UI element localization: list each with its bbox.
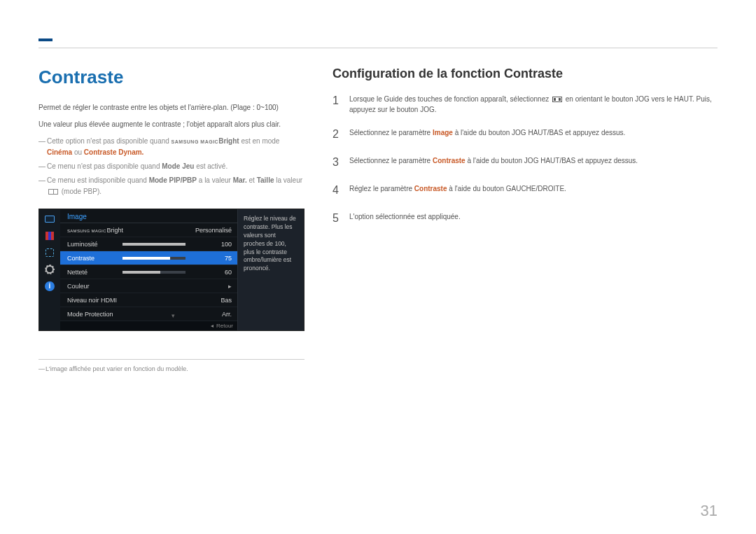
note-2-b: est activé. — [194, 162, 227, 170]
note-1-a: Cette option n'est pas disponible quand — [47, 137, 172, 145]
osd-header: Image — [60, 209, 237, 223]
step: 5L'option sélectionnée est appliquée. — [332, 210, 718, 227]
intro-text-2: Une valeur plus élevée augmente le contr… — [38, 119, 304, 130]
osd-row-label: Niveau noir HDMI — [67, 297, 190, 304]
osd-sidebar: i — [39, 209, 60, 330]
osd-row: Couleur — [60, 279, 237, 293]
osd-row-value: Bas — [190, 297, 232, 304]
step-text: Sélectionnez le paramètre Image à l'aide… — [349, 126, 718, 143]
osd-row: Netteté60 — [60, 265, 237, 279]
note-1: Cette option n'est pas disponible quand … — [38, 136, 304, 158]
step-text: L'option sélectionnée est appliquée. — [349, 210, 718, 227]
step-accent: Contraste — [433, 157, 465, 164]
osd-footer: ◂ Retour — [60, 321, 237, 330]
footnote-divider — [38, 359, 304, 360]
osd-main: Image SAMSUNG MAGICBrightPersonnaliséLum… — [60, 209, 237, 330]
osd-row-label: Luminosité — [67, 241, 118, 248]
osd-icon-pip — [44, 230, 55, 241]
osd-screenshot: i Image SAMSUNG MAGICBrightPersonnaliséL… — [38, 209, 304, 331]
note-2-a: Ce menu n'est pas disponible quand — [47, 162, 162, 170]
footnote: L'image affichée peut varier en fonction… — [38, 365, 304, 372]
osd-icon-image — [44, 213, 55, 225]
osd-row-value: 100 — [190, 241, 232, 248]
step-number: 1 — [332, 92, 342, 115]
samsung-magic-label: SAMSUNG MAGIC — [172, 139, 219, 144]
osd-slider — [122, 257, 186, 260]
right-column: Configuration de la fonction Contraste 1… — [332, 66, 718, 372]
osd-slider — [122, 271, 186, 274]
page-title: Contraste — [38, 66, 304, 88]
osd-row-value: Personnalisé — [190, 227, 232, 234]
osd-row: Contraste75 — [60, 251, 237, 265]
left-column: Contraste Permet de régler le contraste … — [38, 66, 304, 372]
step: 4Réglez le paramètre Contraste à l'aide … — [332, 182, 718, 199]
section-heading: Configuration de la fonction Contraste — [332, 66, 718, 81]
osd-row-label: Contraste — [67, 255, 118, 262]
page-number: 31 — [701, 502, 718, 520]
page-content: Contraste Permet de régler le contraste … — [38, 66, 718, 372]
osd-row-label: Netteté — [67, 269, 118, 276]
note-3-d: la valeur — [274, 176, 302, 184]
osd-scroll-down-icon: ▾ — [172, 312, 175, 319]
step: 2Sélectionnez le paramètre Image à l'aid… — [332, 126, 718, 143]
note-3-b: a la valeur — [197, 176, 233, 184]
osd-row-label: Couleur — [67, 283, 190, 290]
osd-row: Luminosité100 — [60, 237, 237, 251]
osd-rows: SAMSUNG MAGICBrightPersonnaliséLuminosit… — [60, 223, 237, 321]
intro-text-1: Permet de régler le contraste entre les … — [38, 102, 304, 113]
mar-label: Mar. — [233, 176, 247, 184]
note-1-b: est en mode — [239, 137, 280, 145]
bright-label: Bright — [218, 137, 239, 145]
step-text: Lorsque le Guide des touches de fonction… — [349, 92, 718, 115]
osd-row: Niveau noir HDMIBas — [60, 293, 237, 307]
osd-row-value: 75 — [190, 255, 232, 262]
header-divider — [38, 48, 718, 48]
osd-icon-display — [44, 247, 55, 258]
step: 3Sélectionnez le paramètre Contraste à l… — [332, 154, 718, 171]
note-3: Ce menu est indisponible quand Mode PIP/… — [38, 175, 304, 197]
osd-row-label: SAMSUNG MAGICBright — [67, 227, 190, 234]
osd-icon-info: i — [44, 281, 55, 292]
osd-row: SAMSUNG MAGICBrightPersonnalisé — [60, 223, 237, 237]
steps-list: 1Lorsque le Guide des touches de fonctio… — [332, 92, 718, 227]
osd-row-value: Arr. — [190, 311, 232, 318]
note-2: Ce menu n'est pas disponible quand Mode … — [38, 161, 304, 172]
menu-icon — [552, 97, 562, 102]
step-number: 4 — [332, 182, 342, 199]
step-number: 5 — [332, 210, 342, 227]
step-text: Sélectionnez le paramètre Contraste à l'… — [349, 154, 718, 171]
taille-label: Taille — [257, 176, 274, 184]
osd-return-label: Retour — [216, 323, 233, 329]
step-text: Réglez le paramètre Contraste à l'aide d… — [349, 182, 718, 199]
cinema-label: Cinéma — [47, 148, 72, 156]
step-number: 2 — [332, 126, 342, 143]
step-accent: Contraste — [414, 185, 447, 192]
header-accent-bar — [38, 38, 52, 41]
step: 1Lorsque le Guide des touches de fonctio… — [332, 92, 718, 115]
osd-icon-settings — [44, 264, 55, 275]
note-3-c: et — [247, 176, 257, 184]
osd-row-value — [190, 283, 232, 290]
contraste-dynam-label: Contraste Dynam. — [84, 148, 144, 156]
mode-pip-pbp-label: Mode PIP/PBP — [149, 176, 197, 184]
osd-description: Réglez le niveau de contraste. Plus les … — [237, 209, 304, 330]
osd-slider — [122, 243, 186, 246]
osd-return-arrow-icon: ◂ — [211, 323, 214, 329]
mode-jeu-label: Mode Jeu — [162, 162, 194, 170]
osd-row: Mode ProtectionArr. — [60, 307, 237, 321]
note-1-c: ou — [72, 148, 84, 156]
note-3-e: (mode PBP). — [59, 188, 102, 195]
osd-row-value: 60 — [190, 269, 232, 276]
step-number: 3 — [332, 154, 342, 171]
pbp-layout-icon — [48, 189, 58, 195]
note-3-a: Ce menu est indisponible quand — [47, 176, 149, 184]
step-accent: Image — [433, 129, 453, 136]
